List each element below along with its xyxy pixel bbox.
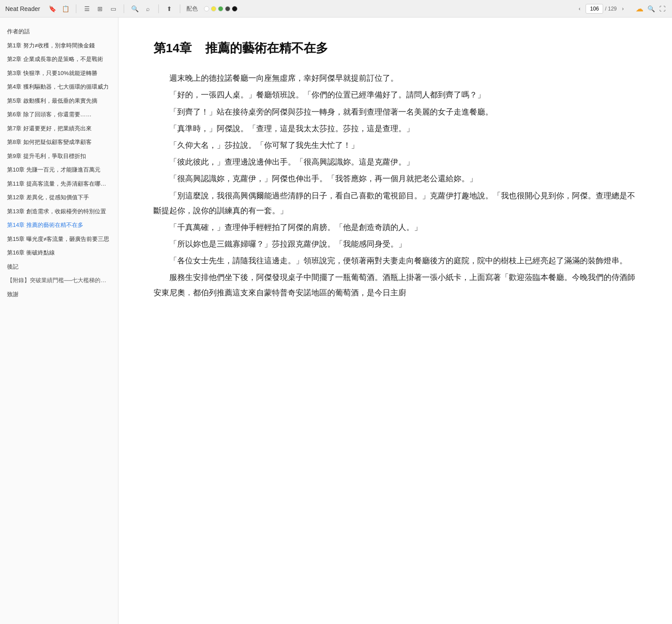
search-right-icon[interactable]: 🔍: [647, 4, 655, 13]
next-page-button[interactable]: ›: [618, 4, 627, 13]
copy-icon[interactable]: 📋: [61, 4, 70, 13]
color-picker[interactable]: [204, 6, 237, 11]
separator-4: [180, 4, 180, 13]
grid-icon[interactable]: ⊞: [96, 4, 104, 13]
color-green[interactable]: [218, 6, 223, 11]
separator-3: [158, 4, 159, 13]
color-yellow[interactable]: [211, 6, 216, 11]
paragraph-11: 「各位女士先生，請隨我往這邊走。」領班說完，便領著兩對夫妻走向餐廳後方的庭院，院…: [154, 253, 637, 268]
color-black[interactable]: [232, 6, 237, 11]
sidebar-item-ch6[interactable]: 第6章 除了回頭客，你還需要……: [0, 108, 118, 122]
color-label: 配色: [186, 5, 198, 13]
page-total: / 129: [605, 6, 617, 12]
sidebar-item-ch12[interactable]: 第12章 差異化，從感知價值下手: [0, 190, 118, 204]
sidebar-item-ch11[interactable]: 第11章 提高客流量，先弄清顧客在哪裡？: [0, 177, 118, 191]
paragraph-3: 「到齊了！」站在接待桌旁的阿傑與莎拉一轉身，就看到查理偕著一名美麗的女子走進餐廳…: [154, 104, 637, 119]
sidebar-item-ch3[interactable]: 第3章 快狠準，只要10%就能逆轉勝: [0, 66, 118, 80]
sidebar-item-ch15[interactable]: 第15章 曝光度≠客流量，砸廣告前要三思: [0, 232, 118, 246]
app-title: Neat Reader: [5, 5, 40, 12]
chapter-label: 第: [154, 41, 166, 55]
sidebar-item-ch9[interactable]: 第9章 提升毛利，爭取目標折扣: [0, 149, 118, 163]
sidebar-item-preface[interactable]: 作者的話: [0, 25, 118, 39]
sidebar-item-ch1[interactable]: 第1章 努力≠收穫，別拿時間換金錢: [0, 39, 118, 53]
search-icon[interactable]: 🔍: [130, 4, 139, 13]
titlebar: Neat Reader 🔖 📋 ☰ ⊞ ▭ 🔍 ⌕ ⬆ 配色 ‹ / 129 ›…: [0, 0, 672, 18]
bookmark-icon[interactable]: 🔖: [48, 4, 57, 13]
chapter-suffix: 章: [179, 41, 192, 55]
paragraph-9: 「千真萬確，」查理伸手輕輕拍了阿傑的肩膀。「他是創造奇蹟的人。」: [154, 220, 637, 235]
paragraph-4: 「真準時，」阿傑說。「查理，這是我太太莎拉。莎拉，這是查理。」: [154, 121, 637, 136]
color-white[interactable]: [204, 6, 209, 11]
sidebar-item-ch8[interactable]: 第8章 如何把疑似顧客變成準顧客: [0, 135, 118, 149]
sidebar-item-thanks[interactable]: 致謝: [0, 287, 118, 301]
paragraph-8: 「別這麼說，我很高興偶爾能過些清靜的日子，看自己喜歡的電視節目。」克蘿伊打趣地說…: [154, 188, 637, 218]
right-icons: ☁ 🔍 ⛶: [635, 4, 667, 13]
cloud-icon[interactable]: ☁: [635, 4, 644, 13]
sidebar-item-appendix[interactable]: 【附錄】突破業績門檻──七大檻梯的架構: [0, 273, 118, 287]
page-input[interactable]: [586, 4, 603, 14]
sidebar-item-ch4[interactable]: 第4章 獲利驅動器，七大循環的循環威力: [0, 80, 118, 94]
chapter-num: 14: [166, 41, 179, 55]
paragraph-10: 「所以妳也是三鐵寡婦囉？」莎拉跟克蘿伊說。「我能感同身受。」: [154, 237, 637, 251]
fullscreen-icon[interactable]: ⛶: [658, 4, 667, 13]
main-layout: 作者的話 第1章 努力≠收穫，別拿時間換金錢 第2章 企業成長靠的是策略，不是戰…: [0, 18, 672, 624]
sidebar-item-ch10[interactable]: 第10章 先賺一百元，才能賺進百萬元: [0, 163, 118, 177]
color-dark[interactable]: [225, 6, 230, 11]
sidebar-item-ch2[interactable]: 第2章 企業成長靠的是策略，不是戰術: [0, 52, 118, 66]
separator-1: [76, 4, 76, 13]
content-area: 第14章 推薦的藝術在精不在多 週末晚上的德拉諾餐廳一向座無虛席，幸好阿傑早就提…: [118, 18, 672, 624]
paragraph-1: 週末晚上的德拉諾餐廳一向座無虛席，幸好阿傑早就提前訂位了。: [154, 71, 637, 86]
paragraph-2: 「好的，一張四人桌。」餐廳領班說。「你們的位置已經準備好了。請問人都到齊了嗎？」: [154, 87, 637, 102]
sidebar-item-postscript[interactable]: 後記: [0, 260, 118, 274]
sidebar-item-ch7[interactable]: 第7章 好還要更好，把業績亮出來: [0, 122, 118, 136]
prev-page-button[interactable]: ‹: [575, 4, 584, 13]
sidebar-item-ch5[interactable]: 第5章 啟動獲利，最低垂的果實先摘: [0, 94, 118, 108]
menu-icon[interactable]: ☰: [82, 4, 91, 13]
sidebar-item-ch16[interactable]: 第16章 衝破終點線: [0, 246, 118, 260]
chapter-title: 第14章 推薦的藝術在精不在多: [154, 39, 637, 57]
paragraph-12: 服務生安排他們坐下後，阿傑發現桌子中間擺了一瓶葡萄酒。酒瓶上掛著一張小紙卡，上面…: [154, 270, 637, 300]
page-navigation: ‹ / 129 ›: [575, 4, 627, 14]
paragraph-6: 「彼此彼此，」查理邊說邊伸出手。「很高興認識妳。這是克蘿伊。」: [154, 154, 637, 169]
sidebar-item-ch13[interactable]: 第13章 創造需求，收銀檯旁的特別位置: [0, 204, 118, 219]
chapter-title-text: 推薦的藝術在精不在多: [205, 41, 328, 55]
paragraph-7: 「很高興認識妳，克蘿伊，」阿傑也伸出手。「我答應妳，再一個月就把老公還給妳。」: [154, 171, 637, 186]
paragraph-5: 「久仰大名，」莎拉說。「你可幫了我先生大忙了！」: [154, 138, 637, 153]
export-icon[interactable]: ⬆: [165, 4, 174, 13]
page-icon[interactable]: ▭: [109, 4, 118, 13]
search2-icon[interactable]: ⌕: [143, 4, 152, 13]
separator-2: [124, 4, 124, 13]
sidebar: 作者的話 第1章 努力≠收穫，別拿時間換金錢 第2章 企業成長靠的是策略，不是戰…: [0, 18, 118, 624]
sidebar-item-ch14[interactable]: 第14章 推薦的藝術在精不在多: [0, 218, 118, 232]
